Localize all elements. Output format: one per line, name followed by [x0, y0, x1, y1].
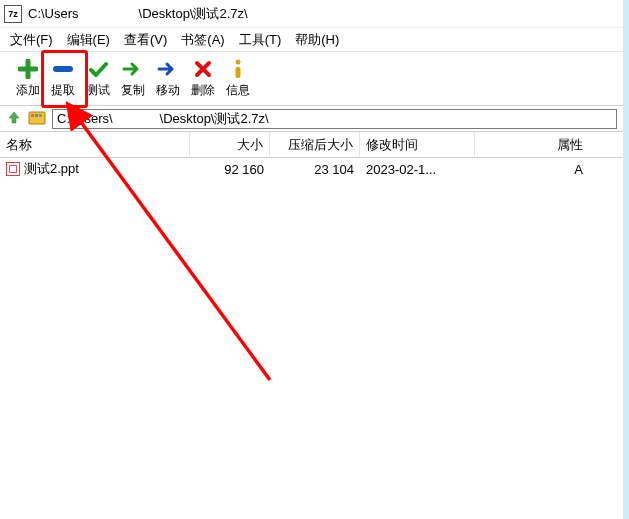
col-attr[interactable]: 属性	[475, 132, 623, 157]
menu-file[interactable]: 文件(F)	[10, 31, 53, 49]
menu-bookmarks[interactable]: 书签(A)	[181, 31, 224, 49]
move-label: 移动	[156, 82, 180, 99]
column-headers: 名称 大小 压缩后大小 修改时间 属性	[0, 132, 623, 158]
pathbar	[0, 106, 623, 132]
check-icon	[88, 58, 108, 80]
copy-label: 复制	[121, 82, 145, 99]
move-button[interactable]: 移动	[150, 56, 185, 101]
path-input[interactable]	[52, 109, 617, 129]
redacted-user	[79, 9, 139, 20]
extract-label: 提取	[51, 82, 75, 99]
svg-rect-4	[35, 114, 38, 117]
col-size[interactable]: 大小	[190, 132, 270, 157]
titlebar: 7z C:\Users\Desktop\测试2.7z\	[0, 0, 623, 28]
file-list: 测试2.ppt 92 160 23 104 2023-02-1... A	[0, 158, 623, 519]
app-icon: 7z	[4, 5, 22, 23]
svg-rect-5	[39, 114, 42, 117]
info-icon	[229, 58, 247, 80]
extract-button[interactable]: 提取	[45, 56, 80, 101]
svg-rect-1	[235, 67, 240, 78]
cross-icon	[193, 58, 213, 80]
col-packed[interactable]: 压缩后大小	[270, 132, 360, 157]
menu-help[interactable]: 帮助(H)	[295, 31, 339, 49]
test-label: 测试	[86, 82, 110, 99]
table-row[interactable]: 测试2.ppt 92 160 23 104 2023-02-1... A	[0, 158, 623, 180]
col-name[interactable]: 名称	[0, 132, 190, 157]
menu-edit[interactable]: 编辑(E)	[67, 31, 110, 49]
toolbar: 添加 提取 测试 复制 移动 删除 信息	[0, 52, 623, 106]
add-button[interactable]: 添加	[10, 56, 45, 101]
file-name: 测试2.ppt	[24, 160, 79, 178]
delete-button[interactable]: 删除	[185, 56, 220, 101]
svg-rect-2	[29, 112, 45, 124]
plus-icon	[18, 58, 38, 80]
file-attr: A	[475, 162, 623, 177]
svg-rect-3	[31, 114, 34, 117]
ppt-file-icon	[6, 162, 20, 176]
menu-tools[interactable]: 工具(T)	[239, 31, 282, 49]
menu-view[interactable]: 查看(V)	[124, 31, 167, 49]
window-title: C:\Users\Desktop\测试2.7z\	[28, 5, 248, 23]
info-label: 信息	[226, 82, 250, 99]
file-modified: 2023-02-1...	[360, 162, 475, 177]
add-label: 添加	[16, 82, 40, 99]
up-folder-icon[interactable]	[6, 109, 22, 128]
delete-label: 删除	[191, 82, 215, 99]
svg-point-0	[235, 60, 240, 65]
copy-arrow-icon	[122, 58, 144, 80]
minus-icon	[53, 58, 73, 80]
archive-icon	[28, 109, 46, 128]
info-button[interactable]: 信息	[220, 56, 255, 101]
copy-button[interactable]: 复制	[115, 56, 150, 101]
file-packed: 23 104	[270, 162, 360, 177]
test-button[interactable]: 测试	[80, 56, 115, 101]
col-date[interactable]: 修改时间	[360, 132, 475, 157]
menubar: 文件(F) 编辑(E) 查看(V) 书签(A) 工具(T) 帮助(H)	[0, 28, 623, 52]
file-size: 92 160	[190, 162, 270, 177]
move-arrow-icon	[157, 58, 179, 80]
